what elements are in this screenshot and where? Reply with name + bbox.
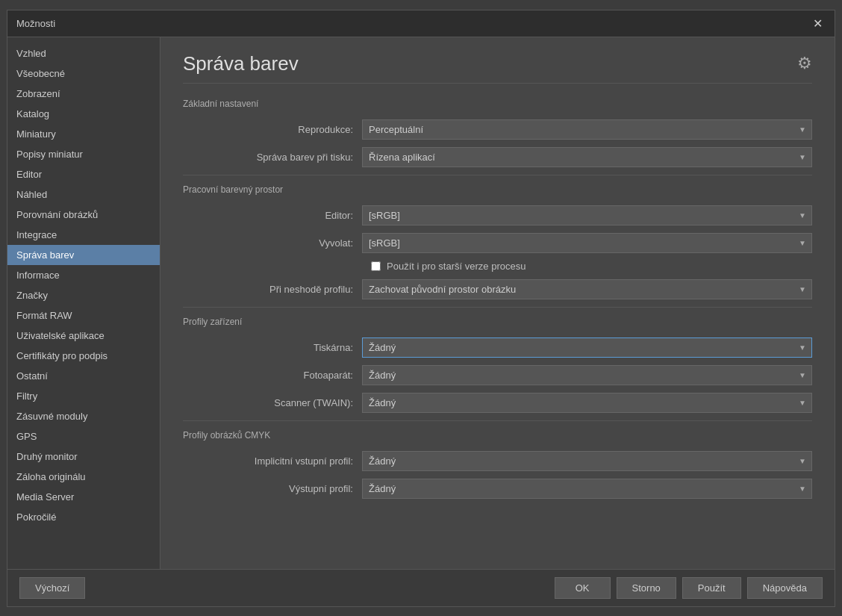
form-row-1-0: Editor:[sRGB]AdobeRGBProPhoto RGB▼ <box>183 205 812 225</box>
main-content: Správa barev ⚙ Základní nastaveníReprodu… <box>160 37 835 569</box>
checkbox-1-2[interactable] <box>371 261 381 271</box>
select-wrapper-2-1: Žádný▼ <box>362 365 812 385</box>
cancel-button[interactable]: Storno <box>617 577 676 599</box>
form-row-2-2: Scanner (TWAIN):Žádný▼ <box>183 393 812 413</box>
sidebar-item-sprava-barev[interactable]: Správa barev <box>7 245 160 265</box>
select-wrapper-3-0: Žádný▼ <box>362 451 812 471</box>
sidebar-item-vzhled[interactable]: Vzhled <box>7 43 160 63</box>
select-wrapper-2-0: Žádný▼ <box>362 337 812 358</box>
sections-container: Základní nastaveníReprodukce:Perceptuáln… <box>183 99 812 499</box>
select-wrapper-0-1: Řízena aplikacíŘízena tiskárnou▼ <box>362 147 812 167</box>
sidebar-item-editor[interactable]: Editor <box>7 164 160 184</box>
sidebar-item-nahled[interactable]: Náhled <box>7 184 160 205</box>
close-button[interactable]: ✕ <box>810 16 826 31</box>
sidebar-item-katalog[interactable]: Katalog <box>7 104 160 124</box>
sidebar-item-pokrocile[interactable]: Pokročilé <box>7 507 160 527</box>
section-divider-2 <box>183 420 812 421</box>
form-label-0-0: Reprodukce: <box>183 124 362 135</box>
page-title: Správa barev <box>183 52 299 75</box>
select-3-1[interactable]: Žádný <box>362 479 812 499</box>
select-wrapper-1-0: [sRGB]AdobeRGBProPhoto RGB▼ <box>362 205 812 225</box>
help-button[interactable]: Nápověda <box>747 577 823 599</box>
sidebar-item-format-raw[interactable]: Formát RAW <box>7 305 160 326</box>
footer-right: OK Storno Použít Nápověda <box>555 577 823 599</box>
footer-left: Výchozí <box>19 577 85 599</box>
select-3-0[interactable]: Žádný <box>362 451 812 471</box>
sidebar-item-filtry[interactable]: Filtry <box>7 386 160 406</box>
sidebar-item-zobrazeni[interactable]: Zobrazení <box>7 84 160 104</box>
sidebar-item-certifikaty-pro-podpis[interactable]: Certifikáty pro podpis <box>7 346 160 366</box>
sidebar-item-popisy-miniatur[interactable]: Popisy miniatur <box>7 144 160 164</box>
sidebar-item-znacky[interactable]: Značky <box>7 285 160 305</box>
default-button[interactable]: Výchozí <box>19 577 85 599</box>
form-row-2-0: Tiskárna:Žádný▼ <box>183 337 812 358</box>
window-title: Možnosti <box>16 18 55 29</box>
select-wrapper-0-0: PerceptuálníRelativní kolorimetrieAbsolu… <box>362 119 812 140</box>
form-label-1-1: Vyvolat: <box>183 237 362 249</box>
gear-icon: ⚙ <box>797 54 812 73</box>
sidebar-item-vseobecne[interactable]: Všeobecné <box>7 63 160 84</box>
sidebar-item-gps[interactable]: GPS <box>7 426 160 447</box>
section-label-profily-zarizeni: Profily zařízení <box>183 317 812 327</box>
form-row-2-1: Fotoaparát:Žádný▼ <box>183 365 812 385</box>
form-label-2-0: Tiskárna: <box>183 342 362 353</box>
section-divider-1 <box>183 307 812 308</box>
sidebar-item-integrace[interactable]: Integrace <box>7 225 160 245</box>
sidebar: VzhledVšeobecnéZobrazeníKatalogMiniatury… <box>7 37 160 569</box>
apply-button[interactable]: Použít <box>682 577 741 599</box>
select-0-0[interactable]: PerceptuálníRelativní kolorimetrieAbsolu… <box>362 119 812 140</box>
form-label-1-0: Editor: <box>183 210 362 221</box>
sidebar-item-miniatury[interactable]: Miniatury <box>7 124 160 144</box>
sidebar-item-druhy-monitor[interactable]: Druhý monitor <box>7 447 160 467</box>
select-wrapper-2-2: Žádný▼ <box>362 393 812 413</box>
form-label-2-1: Fotoaparát: <box>183 370 362 381</box>
select-1-3[interactable]: Zachovat původní prostor obrázkuPřevést … <box>362 279 812 299</box>
form-row-0-1: Správa barev při tisku:Řízena aplikacíŘí… <box>183 147 812 167</box>
select-wrapper-1-3: Zachovat původní prostor obrázkuPřevést … <box>362 279 812 299</box>
select-2-1[interactable]: Žádný <box>362 365 812 385</box>
sidebar-item-media-server[interactable]: Media Server <box>7 487 160 507</box>
select-2-2[interactable]: Žádný <box>362 393 812 413</box>
select-1-0[interactable]: [sRGB]AdobeRGBProPhoto RGB <box>362 205 812 225</box>
checkbox-row-1-2: Použít i pro starší verze procesu <box>183 261 812 272</box>
select-0-1[interactable]: Řízena aplikacíŘízena tiskárnou <box>362 147 812 167</box>
sidebar-item-porovnani-obrazku[interactable]: Porovnání obrázků <box>7 205 160 225</box>
dialog-body: VzhledVšeobecnéZobrazeníKatalogMiniatury… <box>7 37 835 569</box>
sidebar-item-zaloha-originalu[interactable]: Záloha originálu <box>7 467 160 487</box>
form-row-1-1: Vyvolat:[sRGB]AdobeRGBProPhoto RGB▼ <box>183 233 812 253</box>
title-bar: Možnosti ✕ <box>7 10 835 37</box>
form-row-3-0: Implicitní vstupní profil:Žádný▼ <box>183 451 812 471</box>
section-label-profily-obrazku-cmyk: Profily obrázků CMYK <box>183 430 812 441</box>
select-2-0[interactable]: Žádný <box>362 337 812 358</box>
sidebar-item-ostatni[interactable]: Ostatní <box>7 366 160 386</box>
select-wrapper-3-1: Žádný▼ <box>362 479 812 499</box>
section-label-pracovni-barevny-prostor: Pracovní barevný prostor <box>183 184 812 195</box>
dialog-footer: Výchozí OK Storno Použít Nápověda <box>7 569 835 606</box>
form-label-0-1: Správa barev při tisku: <box>183 152 362 163</box>
select-1-1[interactable]: [sRGB]AdobeRGBProPhoto RGB <box>362 233 812 253</box>
sidebar-item-uzivatelske-aplikace[interactable]: Uživatelské aplikace <box>7 326 160 346</box>
dialog-window: Možnosti ✕ VzhledVšeobecnéZobrazeníKatal… <box>7 10 835 607</box>
form-label-2-2: Scanner (TWAIN): <box>183 397 362 408</box>
form-label-3-0: Implicitní vstupní profil: <box>183 455 362 467</box>
sidebar-item-zasuvne-moduly[interactable]: Zásuvné moduly <box>7 406 160 426</box>
page-header: Správa barev ⚙ <box>183 52 812 84</box>
section-label-zakladni-nastaveni: Základní nastavení <box>183 99 812 109</box>
sidebar-item-informace[interactable]: Informace <box>7 265 160 285</box>
ok-button[interactable]: OK <box>555 577 611 599</box>
form-row-1-3: Při neshodě profilu:Zachovat původní pro… <box>183 279 812 299</box>
section-divider-0 <box>183 175 812 175</box>
form-row-3-1: Výstupní profil:Žádný▼ <box>183 479 812 499</box>
select-wrapper-1-1: [sRGB]AdobeRGBProPhoto RGB▼ <box>362 233 812 253</box>
checkbox-label-1-2: Použít i pro starší verze procesu <box>387 261 526 272</box>
form-label-1-3: Při neshodě profilu: <box>183 284 362 295</box>
form-row-0-0: Reprodukce:PerceptuálníRelativní kolorim… <box>183 119 812 140</box>
form-label-3-1: Výstupní profil: <box>183 483 362 494</box>
